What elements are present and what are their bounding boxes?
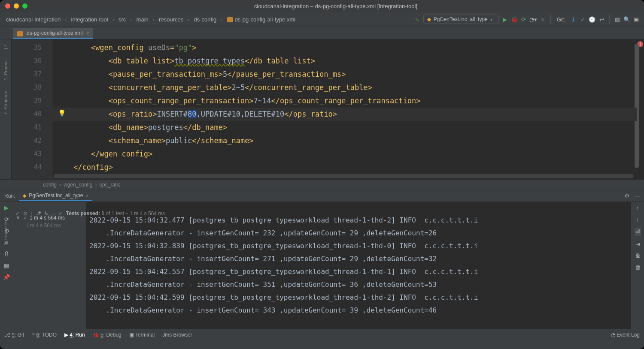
window-controls	[5, 3, 27, 9]
breadcrumb-item[interactable]: cloudcanal-integration	[4, 16, 62, 23]
test-icon: ◆	[23, 193, 26, 199]
soft-wrap-icon[interactable]: ⏎	[635, 228, 641, 236]
run-settings-icon[interactable]: ⚙	[625, 193, 629, 199]
structure-crumb[interactable]: wgen_config	[64, 182, 92, 188]
hammer-build-icon[interactable]: ⤡	[414, 16, 421, 23]
close-tab-icon[interactable]: ×	[85, 30, 89, 36]
clear-icon[interactable]: 🗑	[635, 264, 641, 271]
ide-window: cloudcanal-integration – ds-pg-config-al…	[0, 0, 644, 349]
stop-button[interactable]: ■	[539, 16, 546, 23]
run-configuration-label: PgGenTest.inc_all_type	[434, 16, 488, 22]
status-todo-button[interactable]: ≡ 6: TODO	[32, 332, 57, 338]
settings-icon[interactable]: ▣	[633, 16, 640, 23]
structure-breadcrumbs: config› wgen_config› ops_ratio	[0, 179, 644, 190]
breadcrumb-item[interactable]: resources	[157, 16, 185, 23]
toolbox-icon[interactable]: ▥	[614, 16, 621, 23]
test-child-row[interactable]: 1 m 4 s 564 ms	[13, 222, 86, 229]
tests-passed-check-icon: ✓	[58, 211, 63, 217]
minimize-window-button[interactable]	[14, 3, 19, 9]
run-minimize-icon[interactable]: —	[635, 193, 640, 199]
code-content[interactable]: <wgen_config useDs="pg"> <db_table_list>…	[52, 39, 644, 179]
scroll-down-icon[interactable]: ↓	[636, 216, 639, 223]
editor-tab[interactable]: ds-pg-config-all-type.xml ×	[13, 28, 93, 39]
print-icon[interactable]: 🖶	[635, 253, 641, 259]
status-run-button[interactable]: ▶ 4: Run	[64, 332, 85, 338]
breadcrumb-item[interactable]: integration-tool	[70, 16, 110, 23]
main-toolbar: cloudcanal-integration› integration-tool…	[0, 12, 644, 27]
structure-crumb[interactable]: config	[43, 182, 57, 188]
console-output[interactable]: 2022-09-15 15:04:32.477 [postgres_tb_pos…	[86, 202, 631, 329]
run-tab-label: PgGenTest.inc_all_type	[29, 193, 83, 199]
run-toolwindow-header: Run: ◆ PgGenTest.inc_all_type × ⚙ —	[0, 190, 644, 202]
test-icon: ◆	[427, 16, 431, 22]
search-everywhere-icon[interactable]: 🔍	[623, 16, 630, 23]
vcs-commit-icon[interactable]: ✓	[579, 16, 586, 23]
close-window-button[interactable]	[5, 3, 10, 9]
run-button[interactable]: ▶	[501, 16, 508, 23]
editor-tabbar: ds-pg-config-all-type.xml ×	[0, 27, 644, 39]
event-log-button[interactable]: ◔ Event Log	[611, 332, 640, 338]
xml-file-icon	[227, 17, 233, 22]
tests-passed-label: Tests passed: 1 of 1 test – 1 m 4 s 564 …	[66, 211, 165, 217]
window-title: cloudcanal-integration – ds-pg-config-al…	[33, 3, 639, 9]
show-ignored-icon[interactable]: ⊘	[23, 211, 27, 217]
breadcrumb-item[interactable]: main	[135, 16, 150, 23]
test-toolbar: ✓ ⊘ | ↓ẑ ↳ » ✓ Tests passed: 1 of 1 test…	[14, 208, 531, 219]
statusbar: ⎇ 9: Git ≡ 6: TODO ▶ 4: Run 🐞 5: Debug ▣…	[0, 329, 644, 340]
structure-tool-button[interactable]: 7: Structure	[3, 90, 8, 115]
test-tree[interactable]: ✓ ⊘ | ↓ẑ ↳ » ✓ Tests passed: 1 of 1 test…	[13, 202, 86, 329]
intention-bulb-icon[interactable]: 💡	[58, 109, 66, 117]
breadcrumb-item[interactable]: ds-config	[192, 16, 219, 23]
editor-area: 🗀 1: Project 7: Structure ! 353637383940…	[0, 39, 644, 179]
folder-icon[interactable]: 🗀	[3, 44, 9, 50]
status-terminal-button[interactable]: ▣ Terminal	[129, 332, 155, 338]
titlebar: cloudcanal-integration – ds-pg-config-al…	[0, 0, 644, 12]
status-jms-button[interactable]: Jms Browser	[162, 332, 192, 338]
favorites-tool-button[interactable]: 2: Favorites	[3, 220, 8, 245]
git-label: Git:	[555, 16, 567, 23]
left-tool-rail: 🗀 1: Project 7: Structure	[0, 39, 12, 179]
scroll-up-icon[interactable]: ↑	[636, 205, 639, 211]
debug-button[interactable]: 🐞	[511, 16, 518, 23]
profiler-button[interactable]: ◔▾	[530, 16, 537, 23]
coverage-button[interactable]: ⟳	[520, 16, 527, 23]
rerun-button[interactable]: ▶	[4, 205, 9, 211]
breadcrumb-sep: ›	[64, 16, 67, 23]
expand-icon[interactable]: ↳	[44, 211, 49, 217]
scroll-to-end-icon[interactable]: ⇥	[635, 241, 640, 247]
run-label: Run:	[4, 193, 15, 199]
run-tab[interactable]: ◆ PgGenTest.inc_all_type ×	[19, 191, 92, 201]
run-toolwindow: ▶ ⟳ ⟲ ■ 🛢 ▤ 📌 ✓ ⊘ | ↓ẑ ↳ » ✓ Tests passe…	[0, 202, 644, 329]
project-tool-button[interactable]: 1: Project	[3, 60, 8, 80]
xml-file-icon	[17, 31, 23, 36]
vcs-revert-icon[interactable]: ↩	[598, 16, 605, 23]
horizontal-scrollbar[interactable]	[54, 174, 634, 178]
left-lower-rail: 2: Favorites	[0, 218, 11, 340]
zoom-window-button[interactable]	[22, 3, 27, 9]
vcs-history-icon[interactable]: 🕘	[589, 16, 595, 23]
run-configuration-dropdown[interactable]: ◆ PgGenTest.inc_all_type	[423, 15, 499, 24]
run-right-iconbar: ↑ ↓ ⏎ ⇥ 🖶 🗑	[631, 202, 644, 329]
editor-tab-label: ds-pg-config-all-type.xml	[27, 30, 83, 36]
structure-crumb[interactable]: ops_ratio	[99, 182, 120, 188]
code-editor[interactable]: ! 35363738394041424344 <wgen_config useD…	[12, 39, 644, 179]
sort-icon[interactable]: ↓ẑ	[36, 211, 41, 217]
show-passed-icon[interactable]: ✓	[15, 211, 20, 217]
close-run-tab-icon[interactable]: ×	[85, 193, 88, 198]
breadcrumb-item[interactable]: src	[117, 16, 128, 23]
breadcrumb-file[interactable]: ds-pg-config-all-type.xml	[225, 16, 298, 23]
status-debug-button[interactable]: 🐞 5: Debug	[93, 332, 122, 338]
vcs-update-icon[interactable]: ⤓	[570, 16, 577, 23]
